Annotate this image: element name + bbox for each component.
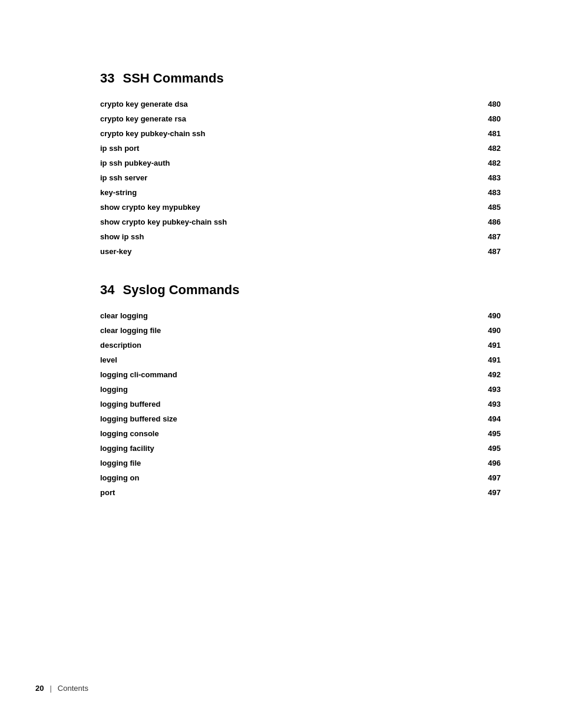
entry-page: 491 [465, 338, 501, 353]
entry-name: show ip ssh [100, 229, 465, 244]
table-row: crypto key pubkey-chain ssh 481 [100, 126, 501, 141]
table-row: crypto key generate rsa 480 [100, 111, 501, 126]
table-row: logging cli-command 492 [100, 367, 501, 382]
entry-name: clear logging file [100, 323, 465, 338]
entry-page: 480 [465, 97, 501, 111]
entry-name: logging buffered [100, 397, 465, 411]
entry-name: ip ssh pubkey-auth [100, 156, 465, 170]
entry-name: key-string [100, 185, 465, 200]
section-34-number: 34 [100, 282, 114, 298]
entry-page: 482 [465, 156, 501, 170]
section-33-table: crypto key generate dsa 480 crypto key g… [100, 97, 501, 259]
table-row: show crypto key mypubkey 485 [100, 200, 501, 215]
table-row: crypto key generate dsa 480 [100, 97, 501, 111]
entry-name: crypto key generate dsa [100, 97, 465, 111]
entry-name: show crypto key mypubkey [100, 200, 465, 215]
entry-page: 480 [465, 111, 501, 126]
entry-page: 490 [465, 308, 501, 323]
entry-page: 497 [465, 485, 501, 500]
entry-page: 483 [465, 170, 501, 185]
entry-page: 495 [465, 441, 501, 456]
table-row: logging buffered size 494 [100, 411, 501, 426]
section-33-number: 33 [100, 71, 114, 86]
entry-page: 492 [465, 367, 501, 382]
page-container: 33 SSH Commands crypto key generate dsa … [0, 0, 562, 571]
entry-name: description [100, 338, 465, 353]
entry-name: logging console [100, 426, 465, 441]
section-34-header: 34 Syslog Commands [100, 282, 501, 298]
entry-name: port [100, 485, 465, 500]
entry-page: 496 [465, 456, 501, 470]
table-row: ip ssh server 483 [100, 170, 501, 185]
table-row: user-key 487 [100, 244, 501, 259]
section-33-header: 33 SSH Commands [100, 71, 501, 86]
table-row: logging on 497 [100, 470, 501, 485]
entry-page: 493 [465, 382, 501, 397]
entry-name: logging facility [100, 441, 465, 456]
entry-name: ip ssh port [100, 141, 465, 156]
table-row: ip ssh pubkey-auth 482 [100, 156, 501, 170]
entry-page: 491 [465, 353, 501, 367]
table-row: logging file 496 [100, 456, 501, 470]
footer-page-number: 20 [35, 684, 44, 693]
entry-name: logging file [100, 456, 465, 470]
table-row: clear logging file 490 [100, 323, 501, 338]
section-34-table: clear logging 490 clear logging file 490… [100, 308, 501, 500]
table-row: logging buffered 493 [100, 397, 501, 411]
footer: 20 | Contents [0, 684, 562, 693]
entry-name: crypto key pubkey-chain ssh [100, 126, 465, 141]
entry-page: 487 [465, 244, 501, 259]
entry-page: 486 [465, 215, 501, 229]
section-34: 34 Syslog Commands clear logging 490 cle… [100, 282, 501, 500]
entry-name: logging on [100, 470, 465, 485]
entry-page: 494 [465, 411, 501, 426]
section-33: 33 SSH Commands crypto key generate dsa … [100, 71, 501, 259]
entry-name: user-key [100, 244, 465, 259]
entry-page: 482 [465, 141, 501, 156]
table-row: port 497 [100, 485, 501, 500]
table-row: show ip ssh 487 [100, 229, 501, 244]
table-row: level 491 [100, 353, 501, 367]
table-row: ip ssh port 482 [100, 141, 501, 156]
entry-page: 497 [465, 470, 501, 485]
entry-page: 495 [465, 426, 501, 441]
entry-page: 483 [465, 185, 501, 200]
section-34-title: Syslog Commands [123, 282, 239, 298]
entry-name: show crypto key pubkey-chain ssh [100, 215, 465, 229]
table-row: logging facility 495 [100, 441, 501, 456]
table-row: logging console 495 [100, 426, 501, 441]
entry-name: crypto key generate rsa [100, 111, 465, 126]
entry-page: 487 [465, 229, 501, 244]
footer-separator: | [49, 684, 51, 693]
table-row: clear logging 490 [100, 308, 501, 323]
entry-page: 481 [465, 126, 501, 141]
table-row: key-string 483 [100, 185, 501, 200]
entry-name: clear logging [100, 308, 465, 323]
entry-name: logging buffered size [100, 411, 465, 426]
section-33-title: SSH Commands [123, 71, 223, 86]
entry-name: ip ssh server [100, 170, 465, 185]
entry-name: level [100, 353, 465, 367]
table-row: show crypto key pubkey-chain ssh 486 [100, 215, 501, 229]
footer-label: Contents [58, 684, 88, 693]
entry-page: 490 [465, 323, 501, 338]
entry-page: 493 [465, 397, 501, 411]
table-row: logging 493 [100, 382, 501, 397]
entry-page: 485 [465, 200, 501, 215]
table-row: description 491 [100, 338, 501, 353]
entry-name: logging cli-command [100, 367, 465, 382]
entry-name: logging [100, 382, 465, 397]
